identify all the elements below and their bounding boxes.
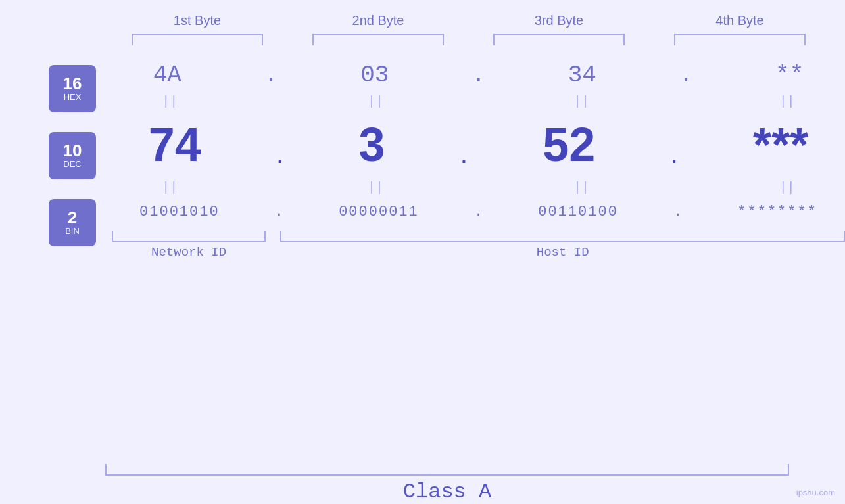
equals-row-1: || || || || <box>112 94 845 109</box>
data-columns: 4A . 03 . 34 . ** || || || || 74 <box>112 52 845 260</box>
content-wrapper: 16 HEX 10 DEC 2 BIN 4A . 03 . 34 . ** <box>0 52 845 459</box>
eq1-b3: || <box>555 94 608 109</box>
eq2-b3: || <box>555 180 608 195</box>
bin-badge-label: BIN <box>65 226 80 237</box>
host-bracket <box>280 231 845 242</box>
bin-b3: 00110100 <box>538 204 618 220</box>
host-id-label: Host ID <box>280 245 845 260</box>
hex-b4: ** <box>775 62 804 89</box>
class-label: Class A <box>105 480 789 504</box>
top-brackets <box>107 34 831 45</box>
dec-dot3: . <box>669 148 680 168</box>
bracket-byte2 <box>312 34 444 45</box>
bin-badge: 2 BIN <box>49 199 96 246</box>
eq2-b4: || <box>761 180 813 195</box>
bracket-byte1 <box>132 34 263 45</box>
hex-badge-label: HEX <box>64 92 82 103</box>
bin-b4: ******** <box>737 204 817 220</box>
byte3-header: 3rd Byte <box>480 13 638 28</box>
hex-row: 4A . 03 . 34 . ** <box>112 62 845 89</box>
bin-badge-number: 2 <box>68 209 77 226</box>
hex-dot3: . <box>679 62 693 89</box>
bottom-brackets <box>112 231 845 242</box>
eq1-b2: || <box>349 94 402 109</box>
equals-row-2: || || || || <box>112 180 845 195</box>
dec-b1: 74 <box>149 118 201 172</box>
hex-b2: 03 <box>360 62 389 89</box>
dec-badge-label: DEC <box>63 159 81 170</box>
hex-badge-number: 16 <box>63 75 82 92</box>
hex-dot2: . <box>471 62 486 89</box>
watermark: ipshu.com <box>796 488 835 497</box>
main-container: 1st Byte 2nd Byte 3rd Byte 4th Byte 16 H… <box>0 0 845 504</box>
network-bracket <box>112 231 266 242</box>
bin-dot2: . <box>474 204 483 220</box>
byte1-header: 1st Byte <box>118 13 276 28</box>
byte-headers: 1st Byte 2nd Byte 3rd Byte 4th Byte <box>107 13 831 28</box>
bin-row: 01001010 . 00000011 . 00110100 . *******… <box>112 204 845 220</box>
dec-badge-number: 10 <box>63 142 82 159</box>
network-id-label: Network ID <box>112 245 266 260</box>
hex-b3: 34 <box>568 62 596 89</box>
dec-dot2: . <box>458 148 470 168</box>
dec-b3: 52 <box>543 118 595 172</box>
eq1-b1: || <box>143 94 196 109</box>
bin-b2: 00000011 <box>339 204 419 220</box>
dec-badge: 10 DEC <box>49 132 96 179</box>
hex-badge: 16 HEX <box>49 65 96 112</box>
eq1-b4: || <box>761 94 813 109</box>
bin-dot1: . <box>275 204 283 220</box>
id-labels-row: Network ID Host ID <box>112 245 845 260</box>
dec-row: 74 . 3 . 52 . *** <box>112 118 845 172</box>
byte4-header: 4th Byte <box>661 13 819 28</box>
byte2-header: 2nd Byte <box>299 13 457 28</box>
dec-b2: 3 <box>359 118 385 172</box>
dec-dot1: . <box>274 148 285 168</box>
bracket-byte4 <box>674 34 806 45</box>
hex-dot1: . <box>264 62 278 89</box>
bracket-byte3 <box>493 34 625 45</box>
dec-b4: *** <box>753 118 808 172</box>
eq2-b1: || <box>143 180 196 195</box>
badges-column: 16 HEX 10 DEC 2 BIN <box>20 52 112 260</box>
bin-dot3: . <box>673 204 682 220</box>
hex-b1: 4A <box>153 62 181 89</box>
eq2-b2: || <box>349 180 402 195</box>
class-bracket <box>105 464 789 476</box>
bin-b1: 01001010 <box>139 204 220 220</box>
